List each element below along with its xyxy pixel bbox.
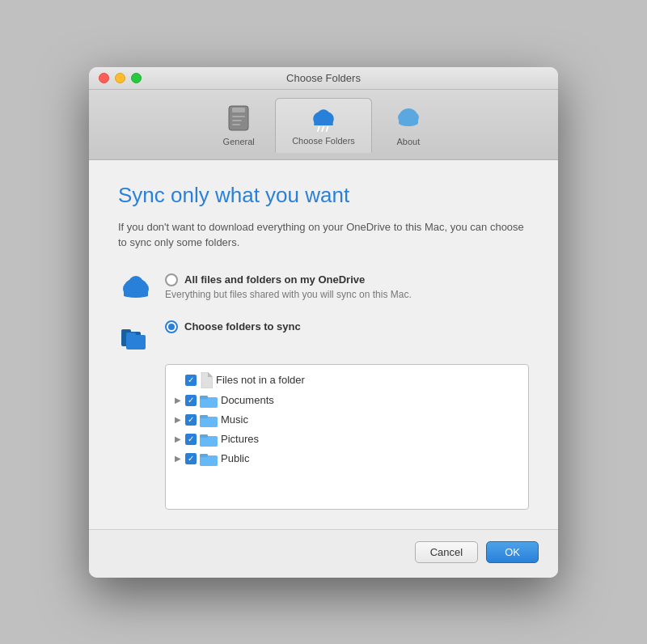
folder-item-label: Files not in a folder [216,374,305,386]
folder-icon [200,451,218,466]
svg-rect-3 [232,120,242,121]
svg-rect-27 [126,333,136,337]
svg-point-8 [318,109,329,121]
toolbar: General Choose Folders [89,90,558,160]
window-controls [99,73,142,83]
all-files-subtitle: Everything but files shared with you wil… [165,289,412,300]
title-bar: Choose Folders [89,67,558,90]
all-files-label-row[interactable]: All files and folders on my OneDrive [165,273,412,286]
cancel-button[interactable]: Cancel [415,541,478,563]
svg-rect-39 [200,434,208,438]
about-icon [394,104,423,133]
folder-item-label: Music [221,413,248,426]
choose-folders-title: Choose folders to sync [184,320,301,333]
svg-rect-2 [232,116,245,117]
chevron-music[interactable]: ▶ [174,416,182,424]
chevron-public[interactable]: ▶ [174,455,182,463]
minimize-button[interactable] [115,73,125,83]
folder-icon [200,432,218,447]
folder-icon [200,393,218,408]
tab-choose-folders[interactable]: Choose Folders [275,98,372,153]
folder-list: ▶ Files not in a folder ▶ [165,364,529,510]
choose-folders-label-row[interactable]: Choose folders to sync [165,320,301,333]
checkbox-documents[interactable] [185,395,197,406]
svg-line-12 [327,126,328,130]
option-all-files[interactable]: All files and folders on my OneDrive Eve… [118,270,529,306]
all-files-radio[interactable] [165,273,178,286]
all-files-cloud-icon [118,270,154,306]
choose-folders-text: Choose folders to sync [165,317,301,333]
choose-folders-radio[interactable] [165,320,178,333]
svg-line-11 [322,126,324,130]
folder-item-label: Documents [221,394,274,406]
list-item[interactable]: ▶ Pictures [166,430,528,449]
main-window: Choose Folders General [89,67,558,578]
list-item[interactable]: ▶ Documents [166,391,528,410]
svg-rect-26 [126,335,146,350]
checkbox-pictures[interactable] [185,434,197,445]
chevron-documents[interactable]: ▶ [174,396,182,405]
folder-item-label: Pictures [221,433,259,445]
svg-rect-35 [200,415,208,418]
list-item[interactable]: ▶ Files not in a folder [166,370,528,391]
svg-point-21 [129,276,143,290]
close-button[interactable] [99,73,109,83]
ok-button[interactable]: OK [486,541,539,563]
checkbox-public[interactable] [185,453,197,464]
maximize-button[interactable] [131,73,142,83]
svg-rect-31 [200,396,208,399]
tab-general[interactable]: General [202,100,275,153]
svg-point-23 [124,293,148,298]
list-item[interactable]: ▶ Music [166,410,528,430]
option-choose-folders[interactable]: Choose folders to sync [118,317,529,353]
description: If you don't want to download everything… [118,219,529,251]
choose-folders-cloud-icon [118,317,154,353]
chevron-pictures[interactable]: ▶ [174,435,182,443]
folder-item-label: Public [221,452,249,464]
list-item[interactable]: ▶ Public [166,449,528,468]
main-content: Sync only what you want If you don't wan… [89,160,558,529]
tab-about[interactable]: About [372,100,445,153]
headline: Sync only what you want [118,183,529,208]
svg-rect-9 [314,119,332,125]
tab-choose-folders-label: Choose Folders [292,136,355,146]
svg-rect-1 [232,108,245,112]
svg-line-10 [318,126,319,130]
all-files-text: All files and folders on my OneDrive Eve… [165,270,412,300]
checkbox-files-not-in-folder[interactable] [185,375,197,386]
general-icon [224,104,253,133]
svg-rect-4 [232,124,240,125]
svg-point-17 [399,120,418,126]
footer: Cancel OK [89,529,558,578]
tab-general-label: General [223,137,255,146]
all-files-title: All files and folders on my OneDrive [184,273,365,286]
svg-rect-43 [200,454,208,457]
file-icon [200,372,213,388]
choose-folders-icon [309,104,338,133]
tab-about-label: About [396,137,420,146]
checkbox-music[interactable] [185,414,197,426]
window-title: Choose Folders [286,72,361,84]
folder-icon [200,413,218,427]
